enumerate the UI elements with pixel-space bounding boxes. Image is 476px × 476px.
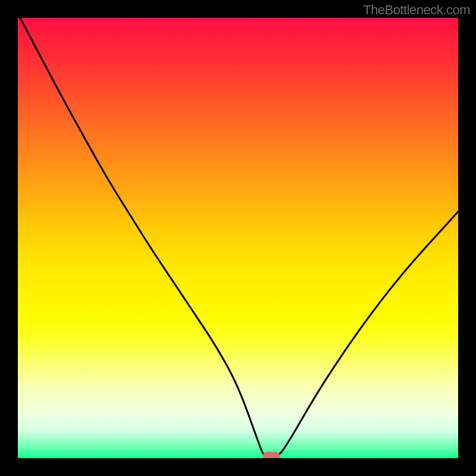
bottleneck-curve xyxy=(18,18,458,458)
plot-area xyxy=(18,18,458,458)
optimal-marker xyxy=(263,452,280,458)
attribution-text: TheBottleneck.com xyxy=(363,2,470,18)
